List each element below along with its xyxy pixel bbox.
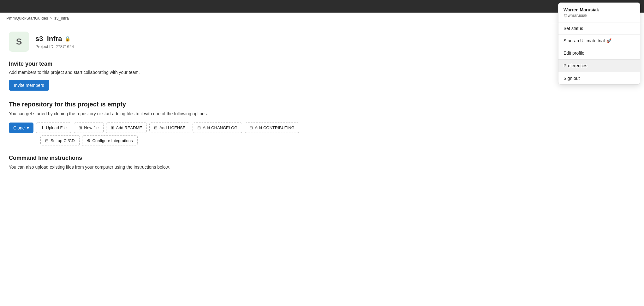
plus-icon-cicd: ⊞ <box>45 138 49 143</box>
setup-cicd-button[interactable]: ⊞ Set up CI/CD <box>40 135 80 146</box>
add-changelog-button[interactable]: ⊞ Add CHANGELOG <box>193 123 242 133</box>
invite-section: Invite your team Add members to this pro… <box>9 61 370 91</box>
preferences-item[interactable]: Preferences <box>558 60 640 72</box>
project-header: S s3_infra 🔒 Project ID: 27871624 <box>9 32 370 52</box>
breadcrumb-separator: > <box>50 16 52 21</box>
upload-file-button[interactable]: ⬆ Upload File <box>36 123 72 133</box>
clone-label: Clone <box>13 125 25 130</box>
breadcrumb: PmmQuickStartGuides > s3_infra <box>0 13 644 24</box>
dropdown-user-name: Warren Marusiak <box>564 7 635 12</box>
project-avatar: S <box>9 32 29 52</box>
dropdown-user-handle: @wmarusiak <box>564 13 635 18</box>
lock-icon: 🔒 <box>64 36 71 42</box>
add-readme-button[interactable]: ⊞ Add README <box>106 123 147 133</box>
plus-icon-contributing: ⊞ <box>249 125 253 130</box>
plus-icon-license: ⊞ <box>154 125 158 130</box>
top-bar <box>0 0 644 13</box>
add-license-button[interactable]: ⊞ Add LICENSE <box>149 123 190 133</box>
new-file-button[interactable]: ⊞ New file <box>74 123 103 133</box>
upload-icon: ⬆ <box>41 125 44 130</box>
set-status-item[interactable]: Set status <box>558 22 640 35</box>
action-buttons-row1: Clone ▾ ⬆ Upload File ⊞ New file ⊞ Add R… <box>9 123 370 133</box>
plus-icon-readme: ⊞ <box>111 125 114 130</box>
repo-description: You can get started by cloning the repos… <box>9 111 370 116</box>
edit-profile-item[interactable]: Edit profile <box>558 47 640 59</box>
ultimate-trial-item[interactable]: Start an Ultimate trial 🚀 <box>558 35 640 47</box>
dropdown-header: Warren Marusiak @wmarusiak <box>558 3 640 22</box>
project-name: s3_infra 🔒 <box>35 35 74 43</box>
invite-members-button[interactable]: Invite members <box>9 80 49 91</box>
main-content: S s3_infra 🔒 Project ID: 27871624 Invite… <box>0 24 379 177</box>
project-id: Project ID: 27871624 <box>35 44 74 49</box>
invite-heading: Invite your team <box>9 61 370 67</box>
project-info: s3_infra 🔒 Project ID: 27871624 <box>35 35 74 49</box>
plus-icon-changelog: ⊞ <box>197 125 201 130</box>
repo-heading: The repository for this project is empty <box>9 101 370 108</box>
chevron-down-icon: ▾ <box>27 125 29 130</box>
user-dropdown: Warren Marusiak @wmarusiak Set status St… <box>558 3 640 85</box>
clone-button[interactable]: Clone ▾ <box>9 123 33 133</box>
add-contributing-button[interactable]: ⊞ Add CONTRIBUTING <box>245 123 299 133</box>
breadcrumb-current: s3_infra <box>54 16 69 21</box>
repo-section: The repository for this project is empty… <box>9 101 370 146</box>
action-buttons-row2: ⊞ Set up CI/CD ⚙ Configure Integrations <box>40 135 370 146</box>
plus-icon: ⊞ <box>79 125 82 130</box>
sign-out-item[interactable]: Sign out <box>558 72 640 84</box>
configure-integrations-button[interactable]: ⚙ Configure Integrations <box>82 135 138 146</box>
gear-icon: ⚙ <box>87 138 91 143</box>
command-line-description: You can also upload existing files from … <box>9 165 370 170</box>
command-line-section: Command line instructions You can also u… <box>9 155 370 170</box>
breadcrumb-parent[interactable]: PmmQuickStartGuides <box>6 16 48 21</box>
invite-description: Add members to this project and start co… <box>9 70 370 75</box>
command-line-heading: Command line instructions <box>9 155 370 161</box>
